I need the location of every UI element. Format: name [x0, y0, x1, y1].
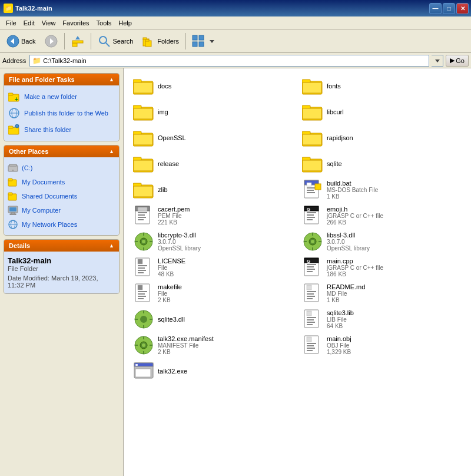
place-network[interactable]: My Network Places — [8, 219, 115, 230]
file-item-libssl-dll[interactable]: libssl-3.dll3.0.7.0OpenSSL library — [297, 229, 466, 254]
folders-button[interactable]: Folders — [138, 32, 183, 51]
place-c-drive[interactable]: (C:) — [8, 162, 115, 174]
file-item-zlib[interactable]: zlib — [128, 177, 297, 203]
file-item-talk32-manifest[interactable]: talk32.exe.manifestMANIFEST File2 KB — [128, 332, 297, 358]
menu-item-edit[interactable]: Edit — [20, 18, 38, 28]
file-item-img[interactable]: img — [128, 99, 297, 125]
file-meta1-readme-md: MD File — [327, 290, 365, 297]
file-item-docs[interactable]: docs — [128, 73, 297, 99]
file-name-talk32-manifest: talk32.exe.manifest — [158, 335, 214, 342]
file-meta1-main-obj: OBJ File — [327, 342, 351, 349]
my-computer-icon — [8, 205, 18, 216]
go-button[interactable]: ▶ Go — [446, 55, 469, 67]
file-item-release[interactable]: release — [128, 151, 297, 177]
svg-rect-30 — [9, 164, 16, 166]
details-header[interactable]: Details ▲ — [4, 240, 119, 252]
make-new-folder-link[interactable]: + Make a new folder — [8, 90, 115, 103]
share-folder-link[interactable]: Share this folder — [8, 123, 115, 136]
file-item-main-obj[interactable]: main.objOBJ File1,329 KB — [297, 332, 466, 358]
file-item-readme-md[interactable]: README.mdMD File1 KB — [297, 280, 466, 306]
view-button[interactable] — [188, 32, 216, 51]
toolbar-sep-3 — [185, 33, 186, 49]
svg-marker-17 — [210, 40, 214, 43]
menu-item-file[interactable]: File — [2, 18, 20, 28]
file-name-img: img — [158, 108, 168, 115]
forward-button[interactable] — [41, 32, 62, 51]
file-name-cacert-pem: cacert.pem — [158, 206, 190, 213]
file-folder-tasks-header[interactable]: File and Folder Tasks ▲ — [4, 74, 119, 85]
file-info-license: LICENSEFile48 KB — [158, 257, 185, 277]
file-name-docs: docs — [158, 82, 171, 90]
menu-item-view[interactable]: View — [38, 18, 59, 28]
svg-point-131 — [140, 316, 147, 323]
file-meta1-talk32-manifest: MANIFEST File — [158, 342, 214, 349]
file-folder-tasks-body: + Make a new folder Publish this folder … — [4, 85, 119, 141]
back-button[interactable]: Back — [2, 32, 39, 51]
svg-rect-107 — [138, 265, 147, 266]
file-item-license[interactable]: LICENSEFile48 KB — [128, 254, 297, 280]
file-item-sqlite3-lib[interactable]: sqlite3.libLIB File64 KB — [297, 306, 466, 332]
up-button[interactable] — [67, 32, 88, 51]
main-layout: File and Folder Tasks ▲ + Make a new fol… — [0, 68, 471, 476]
svg-rect-139 — [307, 319, 314, 320]
file-item-fonts[interactable]: fonts — [297, 73, 466, 99]
file-icon-talk32-exe — [133, 361, 154, 382]
file-item-talk32-exe[interactable]: talk32.exe — [128, 358, 297, 384]
place-shared-documents[interactable]: Shared Documents — [8, 190, 115, 202]
my-network-places-label: My Network Places — [22, 221, 77, 228]
file-meta2-talk32-manifest: 2 KB — [158, 349, 214, 355]
file-item-emoji-h[interactable]: G emoji.hjGRASP C or C++ file266 KB — [297, 203, 466, 229]
file-icon-docs — [133, 75, 154, 97]
file-icon-talk32-manifest — [133, 335, 154, 356]
details-name: Talk32-main — [8, 256, 115, 265]
shared-docs-icon — [8, 191, 18, 201]
file-meta1-makefile: File — [158, 290, 182, 297]
file-item-makefile[interactable]: makefileFile2 KB — [128, 280, 297, 306]
svg-rect-137 — [307, 311, 311, 316]
file-item-sqlite3-dll[interactable]: sqlite3.dll — [128, 306, 297, 332]
svg-rect-57 — [134, 134, 152, 145]
address-folder-icon: 📁 — [32, 57, 41, 65]
file-item-build-bat[interactable]: build.batMS-DOS Batch File1 KB — [297, 177, 466, 203]
svg-point-7 — [99, 37, 107, 44]
file-item-openssl[interactable]: OpenSSL — [128, 125, 297, 151]
svg-marker-18 — [435, 60, 440, 62]
file-meta2-license: 48 KB — [158, 271, 185, 277]
maximize-button[interactable]: □ — [443, 3, 455, 14]
file-item-cacert-pem[interactable]: cacert.pemPEM File221 KB — [128, 203, 297, 229]
minimize-button[interactable]: — — [429, 3, 442, 14]
search-button[interactable]: Search — [94, 32, 137, 51]
c-drive-label: (C:) — [22, 164, 32, 171]
address-input[interactable] — [43, 57, 426, 64]
file-item-sqlite[interactable]: sqlite — [297, 151, 466, 177]
network-icon — [8, 219, 18, 230]
other-places-header[interactable]: Other Places ▲ — [4, 146, 119, 157]
publish-icon — [8, 107, 21, 120]
svg-point-93 — [142, 240, 145, 243]
menu-item-tools[interactable]: Tools — [93, 18, 115, 28]
up-icon — [71, 35, 84, 48]
svg-point-27 — [15, 124, 19, 128]
menu-item-favorites[interactable]: Favorites — [59, 18, 92, 28]
menu-item-help[interactable]: Help — [115, 18, 135, 28]
svg-rect-51 — [134, 108, 152, 119]
file-name-main-cpp: main.cpp — [327, 257, 383, 265]
details-section: Details ▲ Talk32-main File Folder Date M… — [4, 239, 120, 294]
file-item-libcrypto-dll[interactable]: libcrypto-3.dll3.0.7.0OpenSSL library — [128, 229, 297, 254]
close-button[interactable]: ✕ — [456, 3, 469, 14]
file-item-rapidjson[interactable]: rapidjson — [297, 125, 466, 151]
place-my-documents[interactable]: My Documents — [8, 176, 115, 188]
svg-rect-45 — [134, 82, 152, 93]
address-dropdown[interactable] — [432, 55, 443, 67]
view-dropdown-arrow[interactable] — [208, 36, 215, 47]
place-my-computer[interactable]: My Computer — [8, 204, 115, 216]
file-item-libcurl[interactable]: libcurl — [297, 99, 466, 125]
svg-rect-35 — [8, 193, 12, 195]
file-icon-sqlite3-dll — [133, 309, 154, 330]
file-info-emoji-h: emoji.hjGRASP C or C++ file266 KB — [327, 206, 383, 226]
publish-folder-link[interactable]: Publish this folder to the Web — [8, 107, 115, 120]
file-folder-tasks-label: File and Folder Tasks — [9, 76, 75, 83]
file-name-sqlite3-dll: sqlite3.dll — [158, 316, 185, 323]
file-item-main-cpp[interactable]: G main.cppjGRASP C or C++ file186 KB — [297, 254, 466, 280]
file-meta1-license: File — [158, 265, 185, 271]
